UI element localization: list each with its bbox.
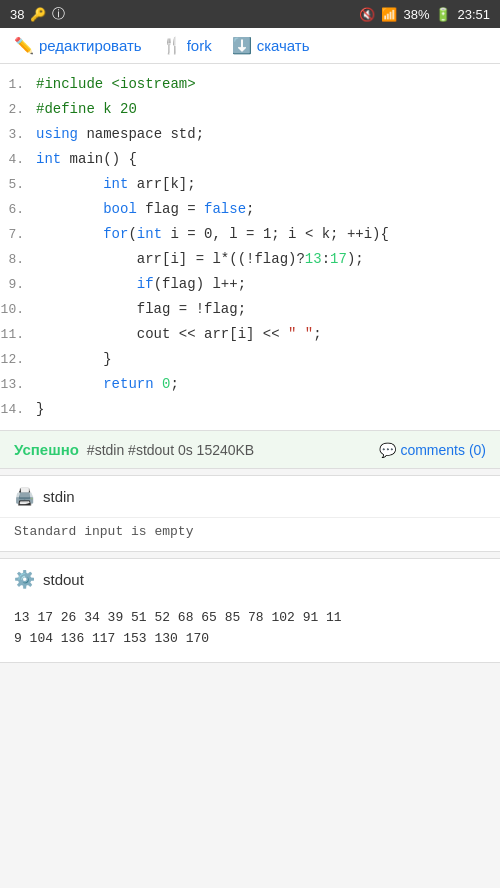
line-num-13: 13.	[0, 374, 36, 396]
code-line-1: 1. #include <iostream>	[0, 72, 500, 97]
code-line-5: 5. int arr[k];	[0, 172, 500, 197]
status-left: 38 🔑 ⓘ	[10, 5, 65, 23]
edit-icon: ✏️	[14, 36, 34, 55]
fork-label: fork	[187, 37, 212, 54]
code-text-3: using namespace std;	[36, 123, 204, 145]
stdout-title: stdout	[43, 571, 84, 588]
line-num-4: 4.	[0, 149, 36, 171]
code-line-7: 7. for(int i = 0, l = 1; i < k; ++i){	[0, 222, 500, 247]
stdout-section: ⚙️ stdout 13 17 26 34 39 51 52 68 65 85 …	[0, 558, 500, 663]
code-text-5: int arr[k];	[36, 173, 196, 195]
code-text-4: int main() {	[36, 148, 137, 170]
code-line-6: 6. bool flag = false;	[0, 197, 500, 222]
stdin-text: Standard input is empty	[14, 524, 193, 539]
download-icon: ⬇️	[232, 36, 252, 55]
stdin-icon: 🖨️	[14, 486, 35, 507]
code-line-3: 3. using namespace std;	[0, 122, 500, 147]
download-label: скачать	[257, 37, 310, 54]
code-text-7: for(int i = 0, l = 1; i < k; ++i){	[36, 223, 389, 245]
battery-level: 38%	[403, 7, 429, 22]
fork-icon: 🍴	[162, 36, 182, 55]
code-text-6: bool flag = false;	[36, 198, 254, 220]
code-text-12: }	[36, 348, 112, 370]
code-text-8: arr[i] = l*((!flag)?13:17);	[36, 248, 364, 270]
line-num-3: 3.	[0, 124, 36, 146]
line-num-8: 8.	[0, 249, 36, 271]
edit-button[interactable]: ✏️ редактировать	[14, 36, 142, 55]
code-line-9: 9. if(flag) l++;	[0, 272, 500, 297]
status-bar: 38 🔑 ⓘ 🔇 📶 38%🔋 23:51	[0, 0, 500, 28]
code-text-1: #include <iostream>	[36, 73, 196, 95]
stdin-section: 🖨️ stdin Standard input is empty	[0, 475, 500, 552]
comment-icon: 💬	[379, 442, 396, 458]
code-line-12: 12. }	[0, 347, 500, 372]
stdin-content: Standard input is empty	[0, 517, 500, 551]
code-text-11: cout << arr[i] << " ";	[36, 323, 322, 345]
code-text-13: return 0;	[36, 373, 179, 395]
line-num-9: 9.	[0, 274, 36, 296]
line-num-14: 14.	[0, 399, 36, 421]
code-line-14: 14. }	[0, 397, 500, 422]
code-text-2: #define k 20	[36, 98, 137, 120]
status-number: 38	[10, 7, 24, 22]
line-num-12: 12.	[0, 349, 36, 371]
clock: 23:51	[457, 7, 490, 22]
stdout-header: ⚙️ stdout	[0, 559, 500, 600]
stdin-header: 🖨️ stdin	[0, 476, 500, 517]
mute-icon: 🔇	[359, 7, 375, 22]
comments-link[interactable]: 💬 comments (0)	[379, 442, 486, 458]
code-line-10: 10. flag = !flag;	[0, 297, 500, 322]
line-num-5: 5.	[0, 174, 36, 196]
code-text-14: }	[36, 398, 44, 420]
line-num-11: 11.	[0, 324, 36, 346]
code-line-2: 2. #define k 20	[0, 97, 500, 122]
status-right: 🔇 📶 38%🔋 23:51	[359, 7, 490, 22]
code-line-13: 13. return 0;	[0, 372, 500, 397]
code-text-9: if(flag) l++;	[36, 273, 246, 295]
line-num-7: 7.	[0, 224, 36, 246]
line-num-6: 6.	[0, 199, 36, 221]
code-line-11: 11. cout << arr[i] << " ";	[0, 322, 500, 347]
comments-label: comments (0)	[400, 442, 486, 458]
code-line-4: 4. int main() {	[0, 147, 500, 172]
download-button[interactable]: ⬇️ скачать	[232, 36, 310, 55]
stdout-text: 13 17 26 34 39 51 52 68 65 85 78 102 91 …	[14, 610, 342, 646]
key-icon: 🔑	[30, 7, 46, 22]
line-num-10: 10.	[0, 299, 36, 321]
line-num-2: 2.	[0, 99, 36, 121]
fork-button[interactable]: 🍴 fork	[162, 36, 212, 55]
success-bar: Успешно #stdin #stdout 0s 15240KB 💬 comm…	[0, 430, 500, 469]
code-text-10: flag = !flag;	[36, 298, 246, 320]
success-tags: #stdin #stdout 0s 15240KB	[87, 442, 254, 458]
success-label: Успешно	[14, 441, 79, 458]
stdin-title: stdin	[43, 488, 75, 505]
info-icon: ⓘ	[52, 5, 65, 23]
code-line-8: 8. arr[i] = l*((!flag)?13:17);	[0, 247, 500, 272]
line-num-1: 1.	[0, 74, 36, 96]
edit-label: редактировать	[39, 37, 142, 54]
code-container: 1. #include <iostream> 2. #define k 20 3…	[0, 64, 500, 430]
stdout-icon: ⚙️	[14, 569, 35, 590]
stdout-content: 13 17 26 34 39 51 52 68 65 85 78 102 91 …	[0, 600, 500, 662]
toolbar: ✏️ редактировать 🍴 fork ⬇️ скачать	[0, 28, 500, 64]
signal-icon: 📶	[381, 7, 397, 22]
